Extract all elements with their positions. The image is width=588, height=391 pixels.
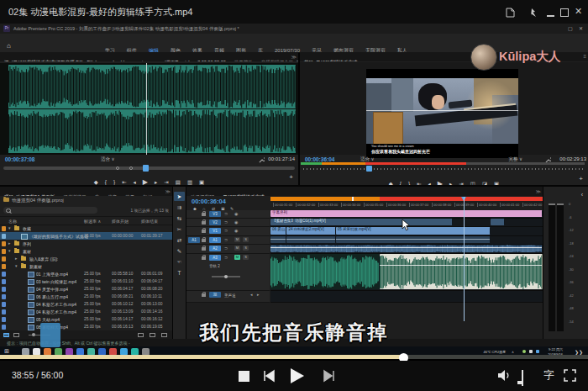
workspace-tab-3[interactable]: 颜色: [171, 45, 181, 52]
disclosure-triangle[interactable]: ▾: [8, 248, 11, 253]
previous-button[interactable]: [262, 369, 276, 383]
source-tab-1[interactable]: 效果控件: [230, 57, 257, 61]
mark-in-button[interactable]: {: [400, 177, 402, 185]
source-scrub-bar[interactable]: [3, 166, 295, 170]
project-row[interactable]: 04 灵笼中弹.mp425.00 fps00:06:04:1700:06:08:…: [0, 285, 172, 293]
workspace-tab-6[interactable]: 图形: [236, 45, 246, 52]
export-frame-button[interactable]: ▣: [199, 176, 204, 185]
project-row[interactable]: ▸输入&废弃 (旧):: [0, 255, 172, 262]
project-row[interactable]: 《最好的剪辑练手方式》试炼场25.00 fps00:00:00:0000:01:…: [0, 232, 172, 240]
timeline-clip-selected[interactable]: [380, 254, 543, 289]
column-header-1[interactable]: 帧速率 ∧: [84, 219, 101, 224]
subtitle-icon[interactable]: 字: [543, 368, 554, 383]
track-badge-A1[interactable]: A1: [209, 237, 221, 243]
workspace-tab-2[interactable]: 编辑: [149, 45, 159, 52]
tab-overflow-icon[interactable]: ≫: [165, 188, 171, 194]
stop-button[interactable]: [239, 371, 249, 382]
project-row[interactable]: ▸序列: [0, 240, 172, 247]
selection-tool[interactable]: ➤: [174, 192, 185, 201]
sync-lock-icon[interactable]: ⊃: [224, 211, 228, 216]
step-forward-button[interactable]: ▸: [449, 177, 452, 185]
pan-left-icon[interactable]: ◂: [250, 292, 253, 297]
column-header-0[interactable]: 名称: [8, 219, 17, 224]
go-to-out-button[interactable]: ⇥: [164, 176, 168, 185]
maximize-button[interactable]: [560, 8, 569, 17]
step-forward-button[interactable]: ▸: [155, 176, 157, 185]
source-waveform-area[interactable]: [0, 63, 298, 155]
workspace-tab-0[interactable]: 学习: [105, 45, 115, 52]
go-to-in-button[interactable]: ⇤: [417, 177, 421, 185]
timeline-clip[interactable]: [270, 236, 286, 243]
open-file-icon[interactable]: [506, 8, 515, 18]
workspace-tab-10[interactable]: 燃向混剪: [333, 45, 354, 52]
program-resolution-dropdown[interactable]: 完整 ∨: [508, 156, 522, 162]
track-badge-V1[interactable]: V1: [209, 228, 221, 234]
track-badge-A3[interactable]: A3: [209, 255, 221, 261]
slider-knob[interactable]: [224, 275, 228, 278]
timeline-clip[interactable]: 字幕序列: [270, 210, 543, 217]
timeline-clip[interactable]: [270, 245, 543, 252]
project-row[interactable]: 01 上海堡垒.mp425.00 fps00:05:58:1000:06:01:…: [0, 270, 172, 277]
project-tab-4[interactable]: 效果: [121, 192, 139, 196]
always-on-top-pin-icon[interactable]: [527, 8, 537, 18]
volume-slider[interactable]: [212, 276, 240, 277]
disclosure-triangle[interactable]: ▸: [8, 240, 11, 246]
sync-lock-icon[interactable]: ⊃: [224, 219, 228, 225]
project-row[interactable]: 04 私塾艺术工作.mp425.00 fps00:06:10:1200:06:1…: [0, 300, 172, 308]
pen-tool[interactable]: ✎: [174, 246, 185, 256]
track-lane-A2[interactable]: [270, 245, 543, 254]
mark-out-button[interactable]: }: [113, 176, 115, 185]
track-lane-MA[interactable]: [270, 291, 543, 303]
razor-tool[interactable]: ✂: [174, 225, 185, 234]
hand-tool[interactable]: ☜: [174, 257, 185, 267]
mark-out-button[interactable]: }: [408, 177, 410, 185]
add-marker-button[interactable]: ◆: [389, 177, 393, 185]
track-lanes[interactable]: 字幕序列【素材合集】动漫CG(1).mp4[V]06 雾山五行.mp4[V]24…: [270, 187, 543, 339]
workspace-tab-11[interactable]: 无限混剪: [365, 45, 386, 52]
extract-button[interactable]: ◪: [482, 177, 487, 185]
go-to-out-button[interactable]: ⇥: [459, 177, 463, 185]
program-scrub-ticks[interactable]: [303, 168, 585, 170]
disclosure-triangle[interactable]: ▾: [15, 263, 18, 268]
program-scrub-handle[interactable]: [366, 166, 372, 172]
solo-button[interactable]: S: [243, 246, 249, 251]
track-badge-A2[interactable]: A2: [209, 246, 221, 251]
home-icon[interactable]: ⌂: [7, 42, 11, 50]
toggle-output-eye-icon[interactable]: ◉: [234, 219, 238, 225]
play-button[interactable]: [287, 367, 306, 385]
volume-icon[interactable]: [497, 369, 511, 382]
close-button[interactable]: ✕: [575, 6, 582, 17]
timeline-clip[interactable]: 【素材合集】动漫CG(1).mp4[V]: [270, 219, 453, 225]
program-tab[interactable]: 节目: 最好的剪辑练手方式: [300, 57, 362, 61]
breadcrumb[interactable]: 动漫混剪04 伴奏版.prproj: [3, 198, 64, 203]
source-playhead-line[interactable]: [146, 63, 147, 155]
mute-button[interactable]: M: [234, 255, 240, 260]
source-tab-0[interactable]: 源: (最好的剪辑练手方式)提取音频 Billie Eilish - you s…: [0, 57, 230, 61]
premiere-close-button[interactable]: ✕: [579, 25, 583, 31]
in-marker[interactable]: [116, 166, 119, 170]
sync-lock-icon[interactable]: ⊃: [224, 255, 228, 260]
track-lane-A3[interactable]: [270, 254, 543, 291]
timeline-clip[interactable]: [270, 254, 380, 289]
search-input[interactable]: [3, 207, 97, 214]
project-row[interactable]: 03 twin 白蛇缘起.mp425.00 fps00:06:01:1000:0…: [0, 277, 172, 285]
project-row[interactable]: ▾新素材: [0, 262, 172, 270]
source-scrub-handle[interactable]: [143, 165, 149, 172]
timeline-clip[interactable]: 06 雾山五行.mp4[V]: [270, 227, 286, 235]
collapse-icon[interactable]: ‹: [581, 192, 583, 198]
column-header-3[interactable]: 媒体结束: [141, 219, 158, 224]
step-back-button[interactable]: ◂: [428, 177, 431, 185]
workspace-tab-8[interactable]: 2019/07/30: [275, 45, 300, 52]
timeline-clip[interactable]: 05 灵笼特效.mp4[V]: [336, 227, 491, 235]
lock-icon[interactable]: [202, 230, 206, 233]
lift-button[interactable]: ◫: [470, 177, 475, 185]
go-to-in-button[interactable]: ⇤: [122, 176, 126, 185]
program-fit-dropdown[interactable]: 适合 ∨: [360, 156, 375, 162]
minimize-button[interactable]: [547, 15, 554, 17]
project-tab-5[interactable]: 标记: [139, 192, 156, 196]
timeline-clip[interactable]: [286, 236, 335, 243]
wrench-icon[interactable]: [259, 157, 265, 163]
lock-icon[interactable]: [202, 256, 206, 260]
project-row[interactable]: 06 雾山五行.mp425.00 fps00:06:08:2100:06:10:…: [0, 293, 172, 300]
premiere-restore-button[interactable]: ▢: [568, 25, 573, 31]
